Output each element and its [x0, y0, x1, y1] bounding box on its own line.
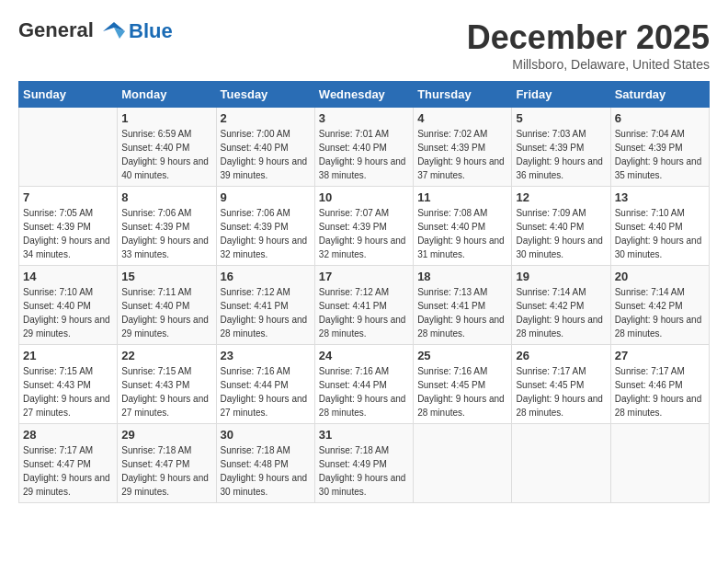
day-info: Sunrise: 7:17 AMSunset: 4:46 PMDaylight:… — [615, 364, 705, 419]
header-row: Sunday Monday Tuesday Wednesday Thursday… — [19, 82, 710, 108]
col-sunday: Sunday — [19, 82, 118, 108]
daylight-text: Daylight: 9 hours and 29 minutes. — [23, 315, 110, 339]
table-row: 17Sunrise: 7:12 AMSunset: 4:41 PMDayligh… — [314, 266, 413, 345]
sunset-text: Sunset: 4:41 PM — [417, 301, 485, 311]
table-row: 21Sunrise: 7:15 AMSunset: 4:43 PMDayligh… — [19, 345, 118, 424]
col-friday: Friday — [512, 82, 610, 108]
day-info: Sunrise: 7:18 AMSunset: 4:47 PMDaylight:… — [121, 443, 211, 499]
table-row: 13Sunrise: 7:10 AMSunset: 4:40 PMDayligh… — [610, 187, 709, 266]
day-info: Sunrise: 7:05 AMSunset: 4:39 PMDaylight:… — [23, 206, 113, 261]
daylight-text: Daylight: 9 hours and 27 minutes. — [121, 394, 209, 418]
day-number: 18 — [417, 270, 507, 283]
day-number: 10 — [319, 190, 409, 204]
table-row — [414, 424, 512, 503]
calendar-week-row: 7Sunrise: 7:05 AMSunset: 4:39 PMDaylight… — [19, 187, 710, 266]
sunset-text: Sunset: 4:39 PM — [516, 143, 584, 153]
day-info: Sunrise: 7:12 AMSunset: 4:41 PMDaylight:… — [319, 285, 409, 340]
day-number: 21 — [23, 349, 113, 362]
day-info: Sunrise: 7:14 AMSunset: 4:42 PMDaylight:… — [615, 285, 705, 340]
daylight-text: Daylight: 9 hours and 30 minutes. — [516, 236, 603, 259]
day-info: Sunrise: 7:03 AMSunset: 4:39 PMDaylight:… — [516, 127, 606, 182]
table-row: 9Sunrise: 7:06 AMSunset: 4:39 PMDaylight… — [216, 187, 314, 266]
day-info: Sunrise: 7:13 AMSunset: 4:41 PMDaylight:… — [417, 285, 507, 340]
sunrise-text: Sunrise: 7:04 AM — [615, 129, 685, 139]
sunrise-text: Sunrise: 7:13 AM — [417, 287, 487, 297]
table-row: 20Sunrise: 7:14 AMSunset: 4:42 PMDayligh… — [610, 266, 709, 345]
day-number: 3 — [319, 111, 409, 125]
table-row: 31Sunrise: 7:18 AMSunset: 4:49 PMDayligh… — [314, 424, 413, 503]
day-number: 13 — [615, 190, 705, 204]
daylight-text: Daylight: 9 hours and 32 minutes. — [221, 236, 308, 259]
day-number: 17 — [319, 270, 409, 283]
day-info: Sunrise: 7:10 AMSunset: 4:40 PMDaylight:… — [615, 206, 705, 261]
sunset-text: Sunset: 4:40 PM — [121, 143, 189, 153]
day-info: Sunrise: 7:06 AMSunset: 4:39 PMDaylight:… — [221, 206, 311, 261]
day-number: 29 — [121, 428, 211, 442]
daylight-text: Daylight: 9 hours and 32 minutes. — [319, 236, 406, 259]
table-row: 2Sunrise: 7:00 AMSunset: 4:40 PMDaylight… — [216, 108, 314, 187]
table-row: 15Sunrise: 7:11 AMSunset: 4:40 PMDayligh… — [118, 266, 216, 345]
sunrise-text: Sunrise: 7:06 AM — [221, 208, 290, 218]
daylight-text: Daylight: 9 hours and 28 minutes. — [516, 315, 603, 339]
calendar-week-row: 28Sunrise: 7:17 AMSunset: 4:47 PMDayligh… — [19, 424, 710, 503]
daylight-text: Daylight: 9 hours and 39 minutes. — [221, 156, 308, 180]
table-row: 30Sunrise: 7:18 AMSunset: 4:48 PMDayligh… — [216, 424, 314, 503]
sunset-text: Sunset: 4:39 PM — [23, 222, 91, 232]
daylight-text: Daylight: 9 hours and 28 minutes. — [417, 315, 505, 339]
sunrise-text: Sunrise: 7:12 AM — [319, 287, 389, 297]
sunset-text: Sunset: 4:49 PM — [319, 459, 387, 469]
sunset-text: Sunset: 4:41 PM — [221, 301, 289, 311]
calendar-week-row: 1Sunrise: 6:59 AMSunset: 4:40 PMDaylight… — [19, 108, 710, 187]
sunrise-text: Sunrise: 7:10 AM — [23, 287, 93, 297]
sunrise-text: Sunrise: 7:18 AM — [121, 445, 191, 455]
table-row: 6Sunrise: 7:04 AMSunset: 4:39 PMDaylight… — [610, 108, 709, 187]
day-info: Sunrise: 7:00 AMSunset: 4:40 PMDaylight:… — [221, 127, 311, 182]
table-row — [512, 424, 610, 503]
sunrise-text: Sunrise: 7:14 AM — [516, 287, 586, 297]
logo: General Blue — [18, 18, 173, 44]
day-info: Sunrise: 7:02 AMSunset: 4:39 PMDaylight:… — [417, 127, 507, 182]
table-row: 7Sunrise: 7:05 AMSunset: 4:39 PMDaylight… — [19, 187, 118, 266]
day-info: Sunrise: 7:17 AMSunset: 4:45 PMDaylight:… — [516, 364, 606, 419]
sunset-text: Sunset: 4:47 PM — [121, 459, 189, 469]
day-number: 24 — [319, 349, 409, 362]
table-row: 26Sunrise: 7:17 AMSunset: 4:45 PMDayligh… — [512, 345, 610, 424]
table-row: 16Sunrise: 7:12 AMSunset: 4:41 PMDayligh… — [216, 266, 314, 345]
sunset-text: Sunset: 4:40 PM — [615, 222, 683, 232]
daylight-text: Daylight: 9 hours and 29 minutes. — [23, 473, 110, 497]
col-monday: Monday — [118, 82, 216, 108]
sunset-text: Sunset: 4:40 PM — [516, 222, 584, 232]
sunrise-text: Sunrise: 7:02 AM — [417, 129, 487, 139]
sunrise-text: Sunrise: 7:01 AM — [319, 129, 389, 139]
sunset-text: Sunset: 4:40 PM — [23, 301, 91, 311]
daylight-text: Daylight: 9 hours and 28 minutes. — [516, 394, 603, 418]
table-row: 4Sunrise: 7:02 AMSunset: 4:39 PMDaylight… — [414, 108, 512, 187]
day-info: Sunrise: 7:15 AMSunset: 4:43 PMDaylight:… — [23, 364, 113, 419]
sunset-text: Sunset: 4:41 PM — [319, 301, 387, 311]
sunrise-text: Sunrise: 7:06 AM — [121, 208, 191, 218]
sunset-text: Sunset: 4:46 PM — [615, 380, 683, 390]
day-info: Sunrise: 7:17 AMSunset: 4:47 PMDaylight:… — [23, 443, 113, 499]
sunset-text: Sunset: 4:42 PM — [516, 301, 584, 311]
sunrise-text: Sunrise: 7:18 AM — [319, 445, 389, 455]
day-number: 8 — [121, 190, 211, 204]
day-number: 4 — [417, 111, 507, 125]
day-number: 11 — [417, 190, 507, 204]
table-row: 14Sunrise: 7:10 AMSunset: 4:40 PMDayligh… — [19, 266, 118, 345]
daylight-text: Daylight: 9 hours and 28 minutes. — [319, 394, 406, 418]
sunset-text: Sunset: 4:44 PM — [221, 380, 289, 390]
day-number: 6 — [615, 111, 705, 125]
daylight-text: Daylight: 9 hours and 30 minutes. — [319, 473, 406, 497]
logo-line2: Blue — [129, 19, 173, 43]
daylight-text: Daylight: 9 hours and 30 minutes. — [221, 473, 308, 497]
day-number: 27 — [615, 349, 705, 362]
daylight-text: Daylight: 9 hours and 28 minutes. — [615, 315, 702, 339]
col-wednesday: Wednesday — [314, 82, 413, 108]
day-info: Sunrise: 7:06 AMSunset: 4:39 PMDaylight:… — [121, 206, 211, 261]
page-header: General Blue December 2025 Millsboro, De… — [18, 18, 710, 72]
table-row: 10Sunrise: 7:07 AMSunset: 4:39 PMDayligh… — [314, 187, 413, 266]
day-info: Sunrise: 7:07 AMSunset: 4:39 PMDaylight:… — [319, 206, 409, 261]
daylight-text: Daylight: 9 hours and 40 minutes. — [121, 156, 209, 180]
daylight-text: Daylight: 9 hours and 36 minutes. — [516, 156, 603, 180]
day-number: 19 — [516, 270, 606, 283]
